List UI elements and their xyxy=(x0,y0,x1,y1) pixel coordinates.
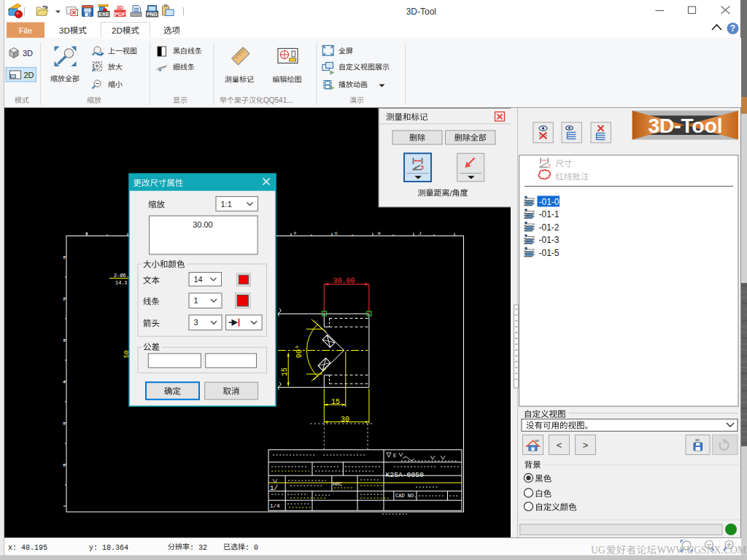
svg-text:<: < xyxy=(557,440,562,451)
svg-text:4: 4 xyxy=(63,380,66,385)
svg-text:?: ? xyxy=(730,23,735,34)
svg-text:5: 5 xyxy=(421,165,424,170)
svg-text:-01-1: -01-1 xyxy=(539,209,560,219)
svg-text:30: 30 xyxy=(341,416,349,424)
svg-text:E: E xyxy=(393,453,396,459)
svg-text:3D-Tool: 3D-Tool xyxy=(406,7,436,17)
svg-text:UG: UG xyxy=(591,545,605,556)
svg-text:: 0: : 0 xyxy=(245,544,258,552)
svg-text:∞: ∞ xyxy=(535,438,539,444)
svg-text:CAD NO.: CAD NO. xyxy=(395,493,417,499)
svg-text:1: 1 xyxy=(194,296,198,305)
svg-text:15: 15 xyxy=(331,398,340,406)
svg-text:3: 3 xyxy=(194,318,198,327)
svg-text:3: 3 xyxy=(63,338,66,343)
svg-text:>: > xyxy=(583,440,589,451)
svg-text:5: 5 xyxy=(63,421,66,427)
svg-text:14.1: 14.1 xyxy=(115,280,128,286)
svg-text:90°: 90° xyxy=(295,345,303,358)
svg-text:-01-5: -01-5 xyxy=(539,248,560,258)
svg-text:30.00: 30.00 xyxy=(333,277,355,285)
svg-text:: 32: : 32 xyxy=(190,544,207,552)
svg-text:5: 5 xyxy=(549,163,551,168)
svg-text:J: J xyxy=(419,231,422,236)
svg-text:2: 2 xyxy=(63,297,66,302)
svg-text:∞: ∞ xyxy=(695,437,700,443)
svg-text:EXE: EXE xyxy=(98,11,109,18)
svg-text:14: 14 xyxy=(194,275,203,284)
svg-text:HRC: HRC xyxy=(333,481,343,487)
svg-text:-01-2: -01-2 xyxy=(539,222,560,233)
svg-text:1: 1 xyxy=(63,255,66,260)
svg-text:15: 15 xyxy=(281,368,289,376)
svg-text:PDF: PDF xyxy=(115,11,125,18)
svg-text:1:1: 1:1 xyxy=(221,200,232,209)
svg-text:2D: 2D xyxy=(112,26,123,35)
svg-text:1/: 1/ xyxy=(270,485,278,492)
svg-text:H: H xyxy=(378,231,381,236)
svg-text:PNG: PNG xyxy=(147,12,158,17)
svg-text:A: A xyxy=(85,231,88,236)
svg-text:File: File xyxy=(19,26,33,35)
svg-text:K25A-0050: K25A-0050 xyxy=(386,471,425,479)
svg-text:G: G xyxy=(335,231,338,236)
svg-text:F: F xyxy=(294,231,297,236)
svg-text:3D-Tool: 3D-Tool xyxy=(648,114,722,137)
svg-text:1/4: 1/4 xyxy=(270,503,280,509)
svg-text:y: 18.364: y: 18.364 xyxy=(89,544,128,552)
svg-text:-01-3: -01-3 xyxy=(539,235,560,245)
svg-text:-01-0: -01-0 xyxy=(539,197,560,207)
svg-text:x: 48.195: x: 48.195 xyxy=(8,544,47,552)
svg-text:3D: 3D xyxy=(59,26,70,35)
svg-text:3D: 3D xyxy=(117,4,124,11)
svg-text:∞: ∞ xyxy=(722,437,727,443)
svg-text:2D: 2D xyxy=(24,71,34,79)
svg-text:3D: 3D xyxy=(23,49,33,58)
svg-text:QQ541...: QQ541... xyxy=(263,96,293,104)
svg-text:30.00: 30.00 xyxy=(193,220,213,229)
svg-text:6: 6 xyxy=(63,463,66,468)
